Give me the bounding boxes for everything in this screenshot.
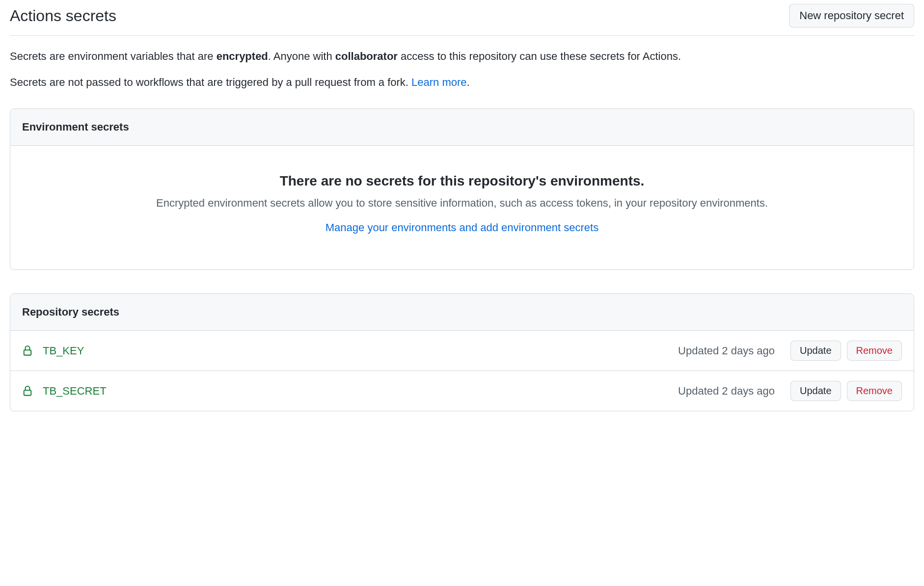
remove-button[interactable]: Remove [847, 381, 902, 401]
secret-actions: UpdateRemove [790, 381, 902, 401]
secret-updated: Updated 2 days ago [678, 345, 775, 357]
empty-description: Encrypted environment secrets allow you … [26, 197, 898, 210]
intro-text-span: Secrets are environment variables that a… [10, 50, 217, 62]
remove-button[interactable]: Remove [847, 341, 902, 361]
repository-secrets-heading: Repository secrets [10, 294, 914, 331]
manage-environments-link[interactable]: Manage your environments and add environ… [326, 221, 598, 234]
new-repository-secret-button[interactable]: New repository secret [789, 4, 914, 27]
intro-text-span: Secrets are not passed to workflows that… [10, 76, 411, 88]
secret-row: TB_SECRETUpdated 2 days agoUpdateRemove [10, 371, 914, 411]
secret-name: TB_SECRET [43, 385, 678, 398]
lock-icon [22, 346, 33, 356]
repository-secrets-panel: Repository secrets TB_KEYUpdated 2 days … [10, 293, 914, 411]
secret-row: TB_KEYUpdated 2 days agoUpdateRemove [10, 331, 914, 371]
intro-text-span: . Anyone with [268, 50, 335, 62]
environment-secrets-panel: Environment secrets There are no secrets… [10, 108, 914, 270]
intro-strong-encrypted: encrypted [217, 50, 268, 62]
secret-updated: Updated 2 days ago [678, 385, 775, 398]
intro-text-span: . [467, 76, 470, 88]
update-button[interactable]: Update [790, 341, 841, 361]
secret-actions: UpdateRemove [790, 341, 902, 361]
empty-title: There are no secrets for this repository… [26, 173, 898, 189]
intro-text-span: access to this repository can use these … [398, 50, 681, 62]
intro-strong-collaborator: collaborator [335, 50, 398, 62]
page-title: Actions secrets [10, 7, 116, 25]
secret-name: TB_KEY [43, 345, 678, 357]
update-button[interactable]: Update [790, 381, 841, 401]
lock-icon [22, 386, 33, 397]
intro-text: Secrets are environment variables that a… [10, 48, 914, 91]
page-header: Actions secrets New repository secret [10, 0, 914, 36]
environment-secrets-empty: There are no secrets for this repository… [10, 146, 914, 269]
intro-paragraph-2: Secrets are not passed to workflows that… [10, 74, 914, 91]
environment-secrets-heading: Environment secrets [10, 109, 914, 146]
intro-paragraph-1: Secrets are environment variables that a… [10, 48, 914, 65]
learn-more-link[interactable]: Learn more [411, 76, 467, 88]
